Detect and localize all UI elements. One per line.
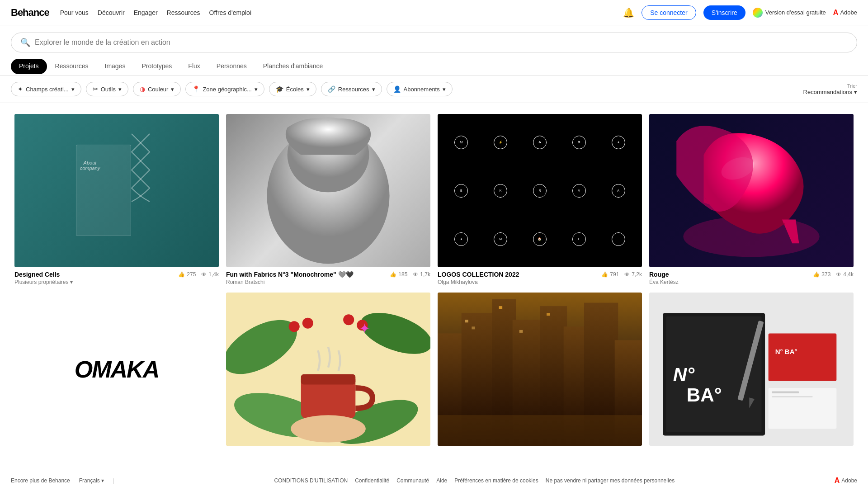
tab-flux[interactable]: Flux	[180, 58, 208, 75]
tab-ressources[interactable]: Ressources	[47, 58, 97, 75]
sort-value[interactable]: Recommandations ▾	[803, 89, 857, 95]
footer-left: Encore plus de Behance Français ▾ |	[11, 477, 114, 484]
omaka-text: OMAKA	[75, 356, 159, 383]
logos-artwork: M ⚡ ☘ ⚑ ✦ B K R V A ♦ M 🏠 F	[438, 114, 642, 267]
views-stat: 👁 1,4k	[201, 271, 219, 278]
logo-item: M	[454, 136, 468, 149]
footer-right: A Adobe	[835, 477, 857, 485]
footer-lang[interactable]: Français ▾	[79, 477, 104, 484]
card-image-rouge	[649, 114, 854, 267]
outils-icon: ✂	[93, 85, 98, 93]
notification-bell-icon[interactable]: 🔔	[623, 7, 634, 18]
svg-rect-26	[465, 320, 468, 322]
card-title-rouge: Rouge	[649, 271, 813, 278]
nav-decouvrir[interactable]: Découvrir	[98, 9, 125, 16]
card-fabrics[interactable]: Fun with Fabrics N°3 "Monochrome" 🩶🖤 👍 1…	[222, 110, 434, 289]
nav-ressources[interactable]: Ressources	[167, 9, 200, 16]
main-nav: Pour vous Découvrir Engager Ressources O…	[60, 9, 612, 16]
svg-rect-37	[769, 333, 837, 381]
filter-couleur[interactable]: ◑ Couleur ▾	[133, 82, 181, 96]
abonnements-icon: 👤	[393, 85, 401, 93]
author-dropdown-icon[interactable]: ▾	[70, 279, 73, 285]
tab-personnes[interactable]: Personnes	[208, 58, 255, 75]
footer-confidentialite[interactable]: Confidentialité	[355, 477, 389, 484]
tab-projets[interactable]: Projets	[11, 59, 47, 74]
card-meta-coffee: Coffee Illustration	[226, 449, 430, 457]
card-city[interactable]: Dark City	[434, 289, 646, 460]
signup-button[interactable]: S'inscrire	[703, 5, 745, 20]
city-illustration	[438, 293, 642, 446]
footer-aide[interactable]: Aide	[436, 477, 447, 484]
filter-couleur-label: Couleur	[148, 86, 169, 93]
filter-zone[interactable]: 📍 Zone géographic... ▾	[185, 82, 264, 96]
footer-conditions[interactable]: CONDITIONS D'UTILISATION	[274, 477, 348, 484]
card-noba[interactable]: N° BA° N° BA° N°	[646, 289, 857, 460]
card-meta-logos: LOGOS COLLECTION 2022 👍 791 👁 7,2k	[438, 271, 642, 278]
rouge-illustration	[649, 114, 854, 267]
svg-text:N°: N°	[673, 364, 695, 385]
svg-rect-29	[519, 330, 523, 333]
logo-item: ⚑	[572, 136, 586, 149]
footer-communaute[interactable]: Communauté	[396, 477, 429, 484]
card-rouge[interactable]: Rouge 👍 373 👁 4,4k Éva Kertész	[646, 110, 857, 289]
card-stats-designed-cells: 👍 275 👁 1,4k	[178, 271, 219, 278]
card-meta-rouge: Rouge 👍 373 👁 4,4k	[649, 271, 854, 278]
tab-prototypes[interactable]: Prototypes	[133, 58, 180, 75]
footer-no-sell[interactable]: Ne pas vendre ni partager mes données pe…	[546, 477, 675, 484]
tab-planches[interactable]: Planches d'ambiance	[255, 58, 331, 75]
card-stats-logos: 👍 791 👁 7,2k	[601, 271, 642, 278]
card-image-omaka: OMAKA	[14, 293, 219, 446]
svg-text:BA°: BA°	[687, 384, 722, 406]
filter-champs-label: Champs créati...	[26, 86, 69, 93]
designed-cells-artwork: Aboutcompany	[14, 114, 219, 267]
filter-champs[interactable]: ✦ Champs créati... ▾	[11, 82, 81, 96]
ecoles-icon: 🎓	[276, 85, 283, 93]
card-designed-cells[interactable]: Aboutcompany Designed Cells 👍 275	[11, 110, 222, 289]
adobe-label: Adobe	[840, 9, 857, 16]
footer-more-behance[interactable]: Encore plus de Behance	[11, 477, 70, 484]
filter-ecoles-label: Écoles	[286, 86, 304, 93]
sort-section[interactable]: Trier Recommandations ▾	[803, 83, 857, 95]
svg-text:N° BA°: N° BA°	[775, 348, 797, 355]
footer-cookies[interactable]: Préférences en matière de cookies	[454, 477, 538, 484]
behance-logo[interactable]: Behance	[11, 7, 49, 19]
footer: Encore plus de Behance Français ▾ | COND…	[0, 470, 868, 491]
card-omaka[interactable]: OMAKA OMAKA	[11, 289, 222, 460]
tab-images[interactable]: Images	[97, 58, 134, 75]
logo-item: A	[612, 184, 625, 198]
like-icon: 👍	[178, 271, 185, 278]
search-input[interactable]	[35, 38, 848, 47]
filter-abonnements[interactable]: 👤 Abonnements ▾	[387, 82, 453, 96]
nav-engager[interactable]: Engager	[134, 9, 158, 16]
filter-outils[interactable]: ✂ Outils ▾	[86, 82, 128, 96]
city-artwork	[438, 293, 642, 446]
likes-stat: 👍 373	[813, 271, 830, 278]
view-icon: 👁	[624, 271, 630, 278]
svg-rect-40	[772, 391, 799, 393]
logo-item: 🏠	[533, 232, 547, 246]
ecoles-arrow-icon: ▾	[307, 86, 310, 93]
rouge-artwork	[649, 114, 854, 267]
filter-ecoles[interactable]: 🎓 Écoles ▾	[269, 82, 316, 96]
champs-icon: ✦	[18, 85, 23, 93]
filter-ressources[interactable]: 🔗 Ressources ▾	[321, 82, 382, 96]
card-coffee[interactable]: ✦ Coffee Illustration	[222, 289, 434, 460]
svg-point-9	[289, 321, 300, 332]
logo-item: ✦	[612, 136, 625, 149]
projects-grid: Aboutcompany Designed Cells 👍 275	[0, 103, 868, 467]
view-icon: 👁	[836, 271, 841, 278]
card-meta-designed-cells: Designed Cells 👍 275 👁 1,4k	[14, 271, 219, 278]
trial-button[interactable]: Version d'essai gratuite	[753, 8, 826, 18]
coffee-illustration: ✦	[226, 293, 430, 446]
card-logos[interactable]: M ⚡ ☘ ⚑ ✦ B K R V A ♦ M 🏠 F	[434, 110, 646, 289]
nav-pour-vous[interactable]: Pour vous	[60, 9, 89, 16]
logo-item: ♦	[454, 232, 468, 246]
nav-offres-emploi[interactable]: Offres d'emploi	[209, 9, 251, 16]
card-author-designed-cells: Plusieurs propriétaires ▾	[14, 279, 219, 285]
card-image-noba: N° BA° N° BA°	[649, 293, 854, 446]
login-button[interactable]: Se connecter	[642, 5, 696, 20]
sort-label: Trier	[847, 83, 857, 89]
adobe-icon: A	[833, 9, 839, 17]
couleur-arrow-icon: ▾	[171, 86, 174, 93]
card-meta-omaka: OMAKA	[14, 449, 219, 457]
